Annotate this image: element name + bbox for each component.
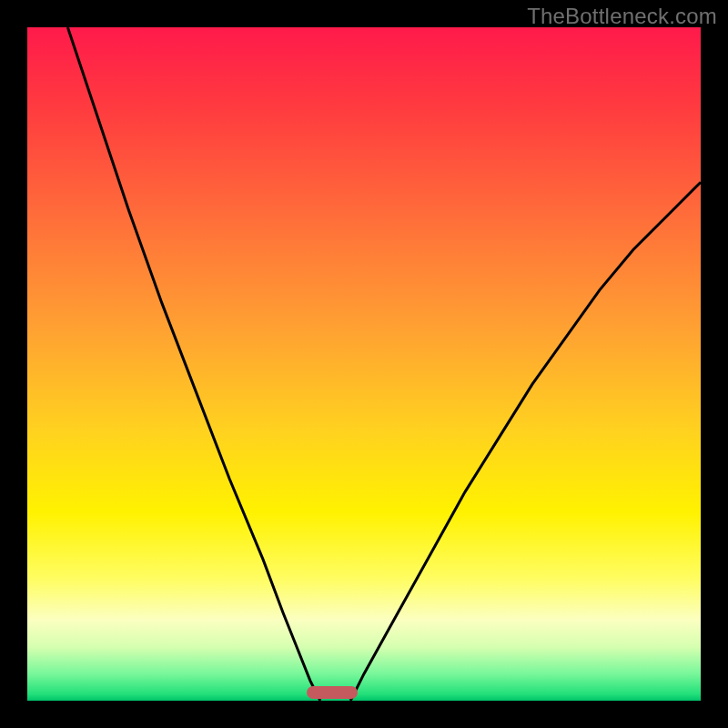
accent-bar — [307, 686, 358, 699]
chart-curve-svg — [27, 27, 701, 701]
chart-frame — [27, 27, 701, 701]
left-curve-path — [67, 27, 320, 701]
watermark-text: TheBottleneck.com — [527, 4, 717, 29]
right-curve-path — [350, 182, 701, 701]
